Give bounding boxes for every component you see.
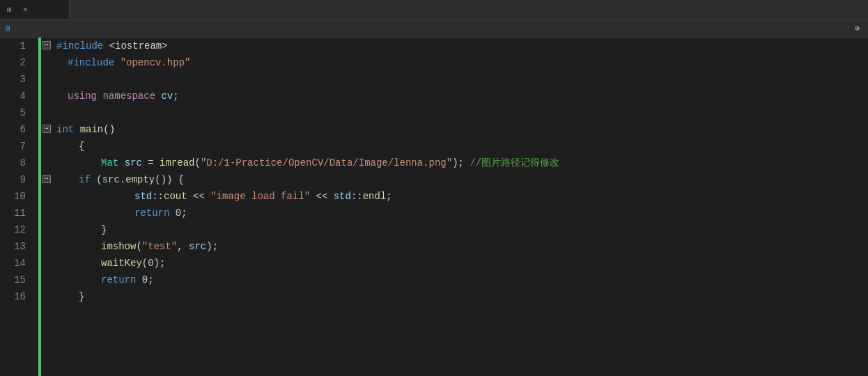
token: :: <box>351 188 363 205</box>
code-line-5 <box>56 104 868 121</box>
line-number-12: 12 <box>0 221 31 238</box>
token <box>155 88 161 104</box>
token: if <box>79 171 91 188</box>
token: cout <box>164 188 187 205</box>
token <box>114 54 120 71</box>
token: std <box>134 188 152 205</box>
token: 0; <box>136 272 153 288</box>
token: endl <box>363 188 387 205</box>
func-icon: ⊕ <box>855 24 860 33</box>
breadcrumb-left: ⊞ <box>6 24 852 33</box>
token: int <box>56 121 74 138</box>
token: (0); <box>142 255 166 272</box>
token: ; <box>173 88 178 104</box>
code-line-13: imshow("test", src); <box>56 238 868 255</box>
token: << <box>187 188 211 205</box>
code-line-1: #include <iostream> <box>56 38 868 54</box>
code-line-3 <box>56 71 868 88</box>
project-icon: ⊞ <box>6 24 10 33</box>
code-line-2: #include "opencv.hpp" <box>56 54 868 71</box>
line-number-5: 5 <box>0 104 31 121</box>
token: = <box>142 155 160 171</box>
token <box>103 38 109 54</box>
line-number-2: 2 <box>0 54 31 71</box>
fold-marker-1[interactable]: − <box>42 41 51 49</box>
token: ( <box>194 155 200 171</box>
line-number-4: 4 <box>0 88 31 104</box>
file-icon: ⊞ <box>7 5 12 14</box>
code-content[interactable]: #include <iostream>#include "opencv.hpp"… <box>54 38 868 376</box>
token: return <box>101 272 136 288</box>
code-line-8: Mat src = imread("D:/1-Practice/OpenCV/D… <box>56 155 868 171</box>
editor-container: 12345678910111213141516 −−− #include <io… <box>0 38 868 376</box>
token: << <box>310 188 334 205</box>
line-number-16: 16 <box>0 288 31 305</box>
line-number-9: 9 <box>0 171 31 188</box>
code-line-11: return 0; <box>56 205 868 221</box>
token: ); <box>206 238 218 255</box>
token: imshow <box>101 238 136 255</box>
token: std <box>334 188 351 205</box>
token: //图片路径记得修改 <box>470 155 559 171</box>
token: "D:/1-Practice/OpenCV/Data/Image/lenna.p… <box>201 155 452 171</box>
fold-strip: −−− <box>41 38 54 376</box>
code-line-7: { <box>56 138 868 155</box>
line-number-7: 7 <box>0 138 31 155</box>
token: } <box>101 221 107 238</box>
token <box>97 88 102 104</box>
token: ); <box>452 155 470 171</box>
token: . <box>120 171 125 188</box>
token: ()) { <box>155 171 184 188</box>
token: { <box>79 138 84 155</box>
breadcrumb-bar: ⊞ ⊕ <box>0 19 868 38</box>
token: cv <box>161 88 173 104</box>
line-numbers: 12345678910111213141516 <box>0 38 38 376</box>
tab-bar: ⊞ ✕ <box>0 0 868 19</box>
code-line-15: return 0; <box>56 272 868 288</box>
breadcrumb-right: ⊕ <box>855 24 862 33</box>
line-number-10: 10 <box>0 188 31 205</box>
token: namespace <box>102 88 155 104</box>
code-line-4: using namespace cv; <box>56 88 868 104</box>
token: waitKey <box>101 255 142 272</box>
token <box>74 121 79 138</box>
fold-marker-9[interactable]: − <box>42 175 51 183</box>
line-number-6: 6 <box>0 121 31 138</box>
line-number-13: 13 <box>0 238 31 255</box>
token: return <box>134 205 169 221</box>
tab-close-button[interactable]: ✕ <box>23 4 28 15</box>
token: 0; <box>169 205 187 221</box>
code-line-16: } <box>56 288 868 305</box>
code-line-10: std::cout << "image load fail" << std::e… <box>56 188 868 205</box>
tab-main-cpp[interactable]: ⊞ ✕ <box>0 0 70 19</box>
line-number-11: 11 <box>0 205 31 221</box>
token: , <box>177 238 189 255</box>
token: using <box>68 88 97 104</box>
code-line-14: waitKey(0); <box>56 255 868 272</box>
token: () <box>103 121 115 138</box>
token: "image load fail" <box>210 188 310 205</box>
token: <iostream> <box>109 38 168 54</box>
token: } <box>79 288 84 305</box>
token: imread <box>160 155 194 171</box>
line-number-3: 3 <box>0 71 31 88</box>
code-line-6: int main() <box>56 121 868 138</box>
token: :: <box>152 188 164 205</box>
token: ( <box>91 171 102 188</box>
token: src <box>125 155 142 171</box>
code-line-9: if (src.empty()) { <box>56 171 868 188</box>
token: src <box>189 238 206 255</box>
token: #include <box>68 54 114 71</box>
line-number-8: 8 <box>0 155 31 171</box>
token: #include <box>56 38 103 54</box>
token: ; <box>386 188 392 205</box>
token: ( <box>136 238 141 255</box>
code-line-12: } <box>56 221 868 238</box>
fold-marker-6[interactable]: − <box>42 125 51 133</box>
token: "opencv.hpp" <box>121 54 191 71</box>
token: main <box>80 121 104 138</box>
line-number-1: 1 <box>0 38 31 54</box>
token <box>118 155 124 171</box>
token: empty <box>125 171 155 188</box>
token: src <box>102 171 120 188</box>
